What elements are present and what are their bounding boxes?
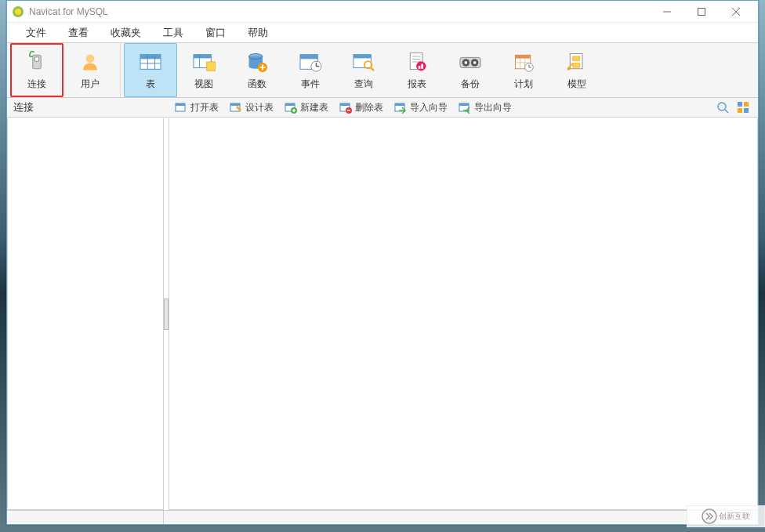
- table-label: 表: [146, 78, 155, 91]
- function-label: 函数: [248, 78, 266, 91]
- toolbar-group-1: 连接 用户: [7, 43, 121, 97]
- import-wizard-button[interactable]: 导入向导: [391, 100, 451, 116]
- body: [7, 118, 758, 510]
- toolbar-group-2: 表 视图 函数 事件: [121, 43, 607, 97]
- user-icon: [78, 49, 103, 74]
- menu-favorites[interactable]: 收藏夹: [100, 23, 152, 43]
- app-icon: [12, 5, 24, 18]
- connection-tree-pane[interactable]: [7, 118, 164, 510]
- window-title: Navicat for MySQL: [29, 6, 650, 17]
- table-button[interactable]: 表: [124, 43, 177, 97]
- connection-button[interactable]: 连接: [10, 43, 63, 97]
- user-label: 用户: [81, 78, 100, 91]
- design-table-label: 设计表: [245, 101, 274, 114]
- svg-rect-35: [419, 66, 421, 69]
- schedule-label: 计划: [514, 78, 533, 91]
- user-button[interactable]: 用户: [63, 43, 117, 97]
- menu-tools[interactable]: 工具: [152, 23, 194, 43]
- view-button[interactable]: 视图: [177, 43, 230, 97]
- backup-button[interactable]: 备份: [444, 43, 497, 97]
- svg-rect-10: [140, 55, 161, 60]
- svg-point-41: [473, 61, 477, 64]
- report-button[interactable]: 报表: [390, 43, 444, 97]
- import-wizard-icon: [394, 101, 407, 114]
- svg-point-1: [15, 9, 21, 15]
- new-table-icon: [285, 101, 297, 114]
- subbar-left-label: 连接: [7, 100, 165, 114]
- menu-help[interactable]: 帮助: [237, 23, 279, 43]
- minimize-button[interactable]: [650, 1, 684, 23]
- svg-rect-55: [176, 103, 185, 106]
- main-toolbar: 连接 用户 表 视图: [7, 43, 758, 98]
- delete-table-button[interactable]: 删除表: [336, 100, 386, 116]
- svg-point-8: [86, 54, 95, 63]
- backup-label: 备份: [461, 78, 480, 91]
- title-bar: Navicat for MySQL: [7, 1, 758, 23]
- sub-toolbar: 连接 打开表 设计表 新建表 删除表 导入向导: [7, 98, 758, 118]
- open-table-label: 打开表: [190, 101, 219, 114]
- svg-rect-7: [34, 57, 38, 61]
- query-button[interactable]: 查询: [337, 43, 390, 97]
- export-wizard-icon: [459, 101, 471, 114]
- backup-icon: [458, 49, 483, 74]
- function-icon: [245, 49, 270, 74]
- new-table-button[interactable]: 新建表: [281, 100, 332, 116]
- delete-table-icon: [339, 101, 352, 114]
- export-wizard-button[interactable]: 导出向导: [455, 100, 515, 116]
- new-table-label: 新建表: [300, 101, 328, 114]
- function-button[interactable]: 函数: [230, 43, 284, 97]
- svg-rect-62: [340, 103, 350, 106]
- report-icon: [404, 49, 430, 74]
- svg-rect-53: [567, 67, 571, 71]
- event-button[interactable]: 事件: [284, 43, 337, 97]
- svg-rect-51: [573, 56, 580, 60]
- event-icon: [298, 49, 323, 74]
- menu-bar: 文件 查看 收藏夹 工具 窗口 帮助: [7, 23, 758, 43]
- model-button[interactable]: 模型: [550, 43, 604, 97]
- model-icon: [564, 49, 589, 74]
- model-label: 模型: [567, 78, 586, 91]
- app-window: Navicat for MySQL 文件 查看 收藏夹 工具 窗口 帮助 连接: [6, 0, 759, 525]
- status-left: [7, 511, 164, 524]
- query-label: 查询: [354, 78, 373, 91]
- svg-rect-67: [459, 103, 469, 106]
- connection-icon: [24, 49, 49, 74]
- svg-rect-3: [698, 8, 705, 15]
- menu-window[interactable]: 窗口: [194, 23, 237, 43]
- svg-rect-27: [353, 55, 371, 59]
- svg-point-39: [465, 61, 468, 64]
- open-table-icon: [175, 101, 187, 114]
- export-wizard-label: 导出向导: [474, 101, 512, 114]
- search-button[interactable]: [716, 100, 730, 114]
- open-table-button[interactable]: 打开表: [172, 100, 222, 116]
- report-label: 报表: [408, 78, 426, 91]
- svg-rect-36: [421, 64, 423, 69]
- design-table-icon: [230, 101, 242, 114]
- content-pane[interactable]: [169, 118, 758, 510]
- event-label: 事件: [301, 78, 320, 91]
- svg-rect-52: [573, 63, 580, 67]
- schedule-button[interactable]: 计划: [497, 43, 550, 97]
- watermark-text: 创新互联: [719, 511, 750, 522]
- grid-toggle-button[interactable]: [736, 100, 750, 114]
- connection-label: 连接: [27, 78, 46, 91]
- svg-rect-72: [738, 108, 742, 113]
- svg-point-68: [718, 103, 726, 110]
- grid-icon: [737, 101, 749, 114]
- close-button[interactable]: [719, 1, 753, 23]
- svg-rect-71: [744, 102, 749, 107]
- design-table-button[interactable]: 设计表: [227, 100, 277, 116]
- svg-rect-16: [207, 62, 216, 71]
- maximize-button[interactable]: [684, 1, 719, 23]
- svg-line-69: [725, 110, 728, 113]
- svg-rect-22: [300, 55, 317, 60]
- menu-file[interactable]: 文件: [15, 23, 57, 43]
- view-icon: [191, 49, 216, 74]
- search-icon: [716, 101, 729, 114]
- menu-view[interactable]: 查看: [57, 23, 100, 43]
- import-wizard-label: 导入向导: [410, 101, 448, 114]
- svg-rect-59: [285, 103, 295, 106]
- svg-rect-65: [395, 103, 404, 106]
- view-label: 视图: [194, 78, 213, 91]
- status-bar: [7, 510, 758, 524]
